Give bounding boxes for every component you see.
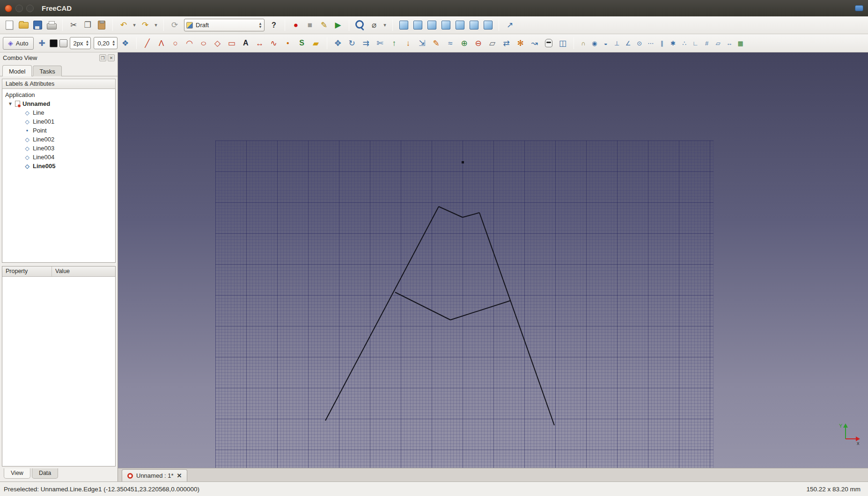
draft-line-icon[interactable]: ╱ [141, 37, 154, 50]
tree-item-line002[interactable]: ◇Line002 [3, 135, 114, 144]
snap-grid-icon[interactable]: # [702, 37, 712, 49]
macro-stop-icon[interactable]: ■ [303, 19, 316, 32]
draft-to-sketch-icon[interactable]: ⇄ [500, 37, 513, 50]
paste-icon[interactable] [95, 19, 108, 32]
draft-facebinder-icon[interactable]: ▰ [309, 37, 323, 50]
refresh-icon[interactable]: ⟳ [168, 19, 181, 32]
tree-item-line005[interactable]: ◇Line005 [3, 162, 114, 170]
draft-shape-2d-view-icon[interactable]: ▱ [486, 37, 499, 50]
draft-rectangle-icon[interactable]: ▭ [225, 37, 238, 50]
snap-working-plane-icon[interactable]: ▱ [713, 37, 723, 49]
draft-polygon-icon[interactable]: ◇ [211, 37, 224, 50]
tab-tasks[interactable]: Tasks [33, 66, 61, 76]
workbench-selector[interactable]: Draft ▲▼ [184, 19, 265, 31]
copy-icon[interactable]: ❐ [81, 19, 94, 32]
snap-angle-icon[interactable]: ∠ [623, 37, 633, 49]
workbench-spinner-icon[interactable]: ▲▼ [258, 22, 262, 29]
tab-data[interactable]: Data [32, 468, 58, 479]
view-axonometric-icon[interactable] [397, 19, 410, 32]
draft-clone-icon[interactable] [542, 37, 555, 50]
line-color-swatch[interactable] [50, 39, 58, 47]
text-scale-spinbox[interactable]: 0,20 ▲▼ [94, 37, 117, 49]
line-width-spinner-icon[interactable]: ▲▼ [86, 40, 89, 46]
close-document-tab-icon[interactable]: ✕ [177, 472, 182, 479]
draft-text-icon[interactable]: A [239, 37, 252, 50]
view-bottom-icon[interactable] [467, 19, 480, 32]
tree-item-line001[interactable]: ◇Line001 [3, 117, 114, 126]
draft-add-point-icon[interactable]: ⊕ [458, 37, 471, 50]
view-rear-icon[interactable] [453, 19, 466, 32]
tree-item-line003[interactable]: ◇Line003 [3, 144, 114, 153]
draft-rotate-icon[interactable]: ↻ [346, 37, 359, 50]
measure-distance-icon[interactable]: ↗ [503, 19, 516, 32]
draft-wire-icon[interactable]: Λ [155, 37, 168, 50]
working-plane-button[interactable]: ◈ Auto [3, 37, 34, 50]
draft-wire-to-bspline-icon[interactable]: ≈ [444, 37, 457, 50]
system-tray-icon[interactable] [855, 5, 863, 11]
tab-model[interactable]: Model [2, 65, 32, 76]
open-folder-icon[interactable] [17, 19, 30, 32]
draft-point-icon[interactable]: ● [281, 37, 294, 50]
draft-shapestring-icon[interactable]: S [295, 37, 309, 50]
macro-edit-icon[interactable]: ✎ [317, 19, 331, 32]
draft-edit-icon[interactable]: ✎ [430, 37, 443, 50]
draft-path-array-icon[interactable]: ↝ [528, 37, 541, 50]
draft-scale-icon[interactable]: ⇲ [416, 37, 429, 50]
undo-icon[interactable]: ↶ [117, 19, 130, 32]
text-scale-spinner-icon[interactable]: ▲▼ [112, 40, 116, 46]
macro-execute-icon[interactable]: ▶ [331, 19, 345, 32]
expand-arrow-icon[interactable]: ▼ [8, 101, 13, 106]
snap-special-icon[interactable]: ✱ [668, 37, 678, 49]
draft-move-icon[interactable]: ✥ [331, 37, 345, 50]
tab-view[interactable]: View [4, 468, 30, 479]
whats-this-icon[interactable]: ? [267, 19, 280, 32]
zoom-fit-icon[interactable] [353, 19, 367, 32]
draft-downgrade-icon[interactable]: ↓ [402, 37, 415, 50]
draft-dimension-icon[interactable]: ↔ [253, 37, 266, 50]
snap-dimensions-icon[interactable]: ↔ [724, 37, 735, 49]
snap-near-icon[interactable]: ∴ [679, 37, 690, 49]
save-file-icon[interactable] [31, 19, 44, 32]
toggle-grid-icon[interactable]: ▦ [736, 37, 746, 49]
draft-ellipse-icon[interactable]: ○ [195, 37, 213, 50]
draft-bspline-icon[interactable]: ∿ [267, 37, 280, 50]
draft-upgrade-icon[interactable]: ↑ [388, 37, 401, 50]
snap-lock-icon[interactable]: ∩ [578, 37, 588, 49]
snap-extension-icon[interactable]: ⋯ [646, 37, 656, 49]
redo-menu-icon[interactable]: ▾ [153, 19, 159, 32]
close-panel-icon[interactable]: ✕ [108, 54, 115, 61]
snap-perpendicular-icon[interactable]: ⊥ [612, 37, 622, 49]
draft-offset-icon[interactable]: ⇉ [360, 37, 373, 50]
draft-delete-point-icon[interactable]: ⊖ [472, 37, 485, 50]
3d-viewport[interactable]: Y x [118, 52, 868, 468]
tree-item-unnamed[interactable]: ▼ Unnamed [3, 99, 114, 108]
draw-style-icon[interactable]: ⌀ [368, 19, 381, 32]
tree-item-point[interactable]: ●Point [3, 126, 114, 135]
undo-menu-icon[interactable]: ▾ [131, 19, 138, 32]
snap-endpoint-icon[interactable]: ◉ [589, 37, 600, 49]
window-maximize-icon[interactable] [26, 5, 34, 12]
print-icon[interactable] [45, 19, 58, 32]
draft-mirror-icon[interactable]: ◫ [556, 37, 569, 50]
cut-icon[interactable]: ✂ [67, 19, 80, 32]
apply-style-icon[interactable]: ❖ [119, 37, 132, 50]
face-color-swatch[interactable] [59, 39, 67, 47]
snap-parallel-icon[interactable]: ∥ [657, 37, 667, 49]
macro-record-icon[interactable]: ● [289, 19, 302, 32]
view-left-icon[interactable] [481, 19, 494, 32]
document-tab[interactable]: Unnamed : 1* ✕ [122, 469, 187, 481]
line-width-spinbox[interactable]: 2px ▲▼ [70, 37, 91, 49]
window-close-icon[interactable] [5, 5, 12, 12]
redo-icon[interactable]: ↷ [139, 19, 152, 32]
view-right-icon[interactable] [439, 19, 452, 32]
tree-item-application[interactable]: Application [3, 90, 114, 99]
draft-circle-icon[interactable]: ○ [169, 37, 182, 50]
window-minimize-icon[interactable] [15, 5, 23, 12]
new-file-icon[interactable] [3, 19, 16, 32]
float-panel-icon[interactable]: ❐ [99, 54, 106, 61]
draft-trimex-icon[interactable]: ✄ [374, 37, 387, 50]
snap-ortho-icon[interactable]: ∟ [691, 37, 701, 49]
tree-item-line004[interactable]: ◇Line004 [3, 153, 114, 162]
view-top-icon[interactable] [425, 19, 438, 32]
draft-array-icon[interactable]: ✻ [514, 37, 527, 50]
